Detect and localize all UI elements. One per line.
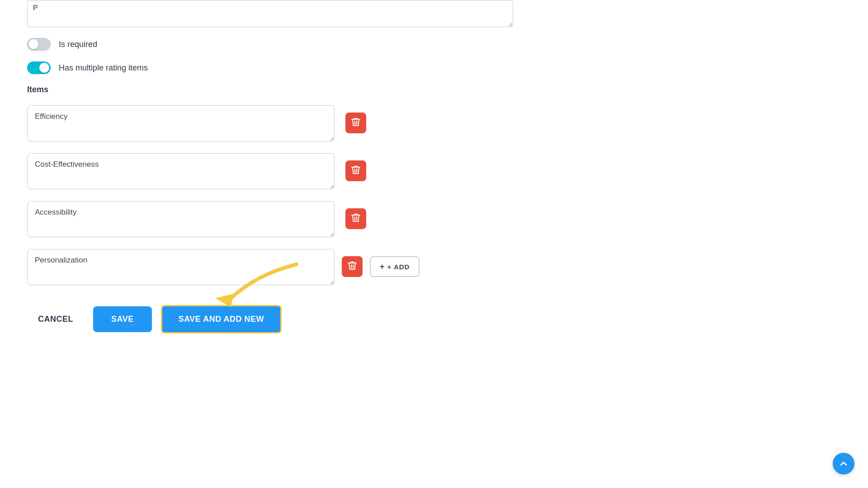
item-row-3: Accessibility: [27, 201, 841, 239]
items-section: Items Efficiency: [27, 85, 841, 287]
delete-button-4[interactable]: [342, 256, 363, 277]
delete-button-1[interactable]: [345, 113, 366, 133]
footer-buttons: CANCEL SAVE SAVE AND ADD NEW: [27, 305, 841, 333]
top-textarea-section: P: [27, 0, 841, 29]
item-textarea-3[interactable]: Accessibility: [27, 201, 335, 237]
save-add-new-wrapper: SAVE AND ADD NEW: [161, 305, 282, 333]
is-required-toggle[interactable]: [27, 38, 51, 51]
item-textarea-4[interactable]: Personalization: [27, 249, 335, 285]
plus-icon: +: [380, 262, 385, 272]
is-required-row: Is required: [27, 38, 841, 51]
top-textarea[interactable]: P: [27, 0, 513, 27]
item-row-1: Efficiency: [27, 105, 841, 143]
has-multiple-rating-thumb: [39, 63, 49, 73]
trash-icon-4: [348, 261, 357, 273]
item-row-2: Cost-Effectiveness: [27, 153, 841, 191]
delete-button-2[interactable]: [345, 160, 366, 181]
main-container: P Is required Has multiple rating items …: [0, 0, 868, 488]
item-textarea-1[interactable]: Efficiency: [27, 105, 335, 141]
save-and-add-new-button[interactable]: SAVE AND ADD NEW: [161, 305, 282, 333]
is-required-label: Is required: [59, 40, 97, 49]
item-textarea-2[interactable]: Cost-Effectiveness: [27, 153, 335, 189]
has-multiple-rating-toggle[interactable]: [27, 61, 51, 74]
item-row-4: Personalization + + ADD: [27, 249, 841, 287]
items-title: Items: [27, 85, 841, 94]
has-multiple-rating-row: Has multiple rating items: [27, 61, 841, 74]
cancel-button[interactable]: CANCEL: [27, 307, 84, 331]
has-multiple-rating-label: Has multiple rating items: [59, 63, 148, 73]
chevron-up-icon: [838, 458, 849, 469]
is-required-thumb: [28, 39, 38, 49]
add-item-button[interactable]: + + ADD: [370, 256, 420, 277]
trash-icon-1: [351, 117, 360, 129]
delete-button-3[interactable]: [345, 208, 366, 229]
scroll-to-top-button[interactable]: [833, 453, 854, 474]
save-button[interactable]: SAVE: [93, 306, 152, 332]
add-button-label: + ADD: [387, 263, 410, 271]
trash-icon-3: [351, 213, 360, 225]
trash-icon-2: [351, 165, 360, 177]
